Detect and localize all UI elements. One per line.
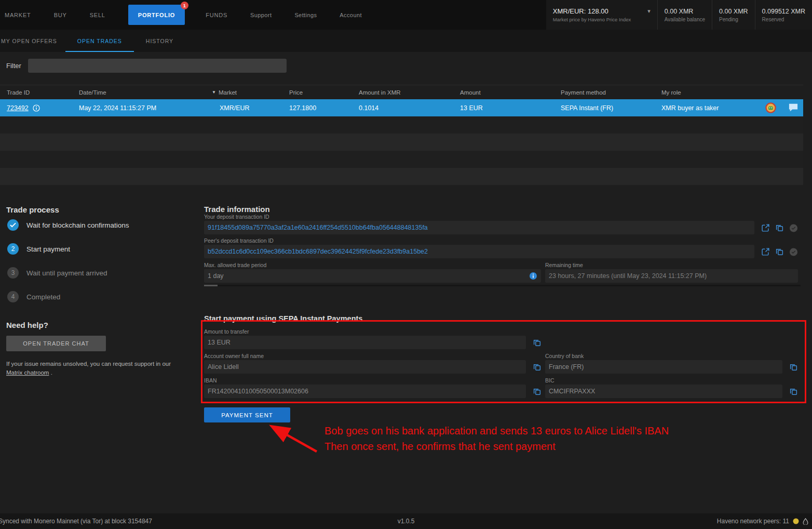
payment-sent-button[interactable]: PAYMENT SENT [204,407,290,422]
nav-account[interactable]: Account [340,12,362,18]
nav-settings[interactable]: Settings [294,12,317,18]
step-start-payment: 2 Start payment [7,243,70,255]
trade-period-progress-bar [204,285,801,286]
deposit-tx-label: Your deposit transaction ID [204,214,269,220]
filter-label: Filter [6,62,21,70]
tab-open-trades[interactable]: OPEN TRADES [65,30,134,52]
start-payment-title: Start payment using SEPA Instant Payment… [204,314,362,323]
step-wait-confirmations: Wait for blockchain confirmations [7,219,129,231]
bic-field: CMCIFRPAXXX [545,385,782,398]
sort-desc-icon: ▼ [212,90,216,95]
trade-chat-icon[interactable] [788,103,799,112]
reserved-balance-label: Reserved [762,17,805,22]
column-header-trade-id[interactable]: Trade ID [7,89,79,96]
step-done-check-icon [7,219,19,231]
pending-balance: 0.00 XMR Pending [712,0,755,30]
step-label: Start payment [26,245,70,253]
need-help-title: Need help? [6,321,48,329]
country-of-bank-row: France (FR) [545,360,798,374]
country-of-bank-value: France (FR) [549,363,584,371]
filter-input[interactable] [28,59,287,73]
account-owner-value: Alice Lidell [208,363,239,371]
trade-payment-method-cell: SEPA Instant (FR) [561,104,661,112]
iban-value: FR1420041010050500013M02606 [208,388,308,395]
nav-sell[interactable]: SELL [90,12,105,18]
info-icon[interactable] [529,272,537,280]
nav-buy[interactable]: BUY [54,12,67,18]
support-help-suffix: . [51,369,52,376]
step-number: 3 [7,267,19,279]
peer-tx-label: Peer's deposit transaction ID [204,237,274,244]
peer-tx-value[interactable]: b52dccd1c6d0cc109ec366cb1bdc6897dec39624… [208,248,428,255]
account-owner-field: Alice Lidell [204,360,526,374]
topbar-status-area: XMR/EUR: 128.00 ▾ Market price by Haveno… [546,0,812,30]
trade-amount-xmr-cell: 0.1014 [359,104,460,112]
haveno-app-window: MARKET BUY SELL PORTFOLIO 1 FUNDS Suppor… [0,0,812,529]
column-header-amount-xmr[interactable]: Amount in XMR [359,89,460,96]
remaining-time-field: 23 hours, 27 minutes (until May 23, 2024… [545,269,798,283]
trade-market-cell: XMR/EUR [212,104,289,112]
copy-icon[interactable] [789,387,798,396]
sync-status: Synced with Monero Mainnet (via Tor) at … [0,518,152,525]
column-header-datetime[interactable]: Date/Time [79,89,212,96]
nav-market[interactable]: MARKET [5,12,31,18]
iban-field: FR1420041010050500013M02606 [204,385,526,398]
amount-to-transfer-value: 13 EUR [208,339,231,346]
support-help-text: If your issue remains unsolved, you can … [6,360,183,377]
trade-id-cell: 723492 [7,104,79,112]
open-in-explorer-icon[interactable] [761,223,770,232]
copy-icon[interactable] [533,338,542,347]
trade-process-title: Trade process [6,205,59,214]
country-of-bank-label: Country of bank [545,353,584,359]
deposit-tx-value[interactable]: 91f18455d089a75770a3af2a1e60a2416ff254d5… [208,224,428,231]
confirmation-status-icon [789,247,798,256]
trade-datetime-cell: May 22, 2024 11:15:27 PM [79,104,212,112]
column-header-payment-method[interactable]: Payment method [561,89,661,96]
annotation-note: Bob goes on his bank application and sen… [324,424,669,454]
tab-my-open-offers[interactable]: MY OPEN OFFERS [0,30,65,52]
trade-row-selected[interactable]: 723492 May 22, 2024 11:15:27 PM XMR/EUR … [0,99,803,116]
nav-portfolio[interactable]: PORTFOLIO 1 [128,5,185,25]
column-header-my-role[interactable]: My role [661,89,803,96]
amount-to-transfer-label: Amount to transfer [204,328,249,335]
deposit-tx-field[interactable]: 91f18455d089a75770a3af2a1e60a2416ff254d5… [204,221,754,234]
country-of-bank-field: France (FR) [545,360,782,374]
column-header-market[interactable]: ▼ Market [212,89,289,96]
trade-id-link[interactable]: 723492 [7,104,29,112]
amount-to-transfer-field: 13 EUR [204,336,526,349]
matrix-chatroom-link[interactable]: Matrix chatroom [6,369,49,376]
connection-status-icon [793,518,799,524]
trade-amount-cell: 13 EUR [460,104,561,112]
open-in-explorer-icon[interactable] [761,247,770,256]
status-bar: Synced with Monero Mainnet (via Tor) at … [0,513,812,529]
copy-icon[interactable] [533,363,542,372]
nav-funds[interactable]: FUNDS [206,12,227,18]
trade-info-icon[interactable] [33,104,40,112]
open-trader-chat-button[interactable]: OPEN TRADER CHAT [6,336,106,351]
copy-icon[interactable] [533,387,542,396]
remaining-time-label: Remaining time [545,262,583,268]
step-number: 4 [7,291,19,302]
peer-avatar-icon[interactable] [765,102,776,113]
portfolio-tabs: MY OPEN OFFERS OPEN TRADES HISTORY [0,30,812,52]
tab-history[interactable]: HISTORY [134,30,185,52]
trades-table-header: Trade ID Date/Time ▼ Market Price Amount… [0,85,803,99]
step-wait-payment-arrived: 3 Wait until payment arrived [7,267,107,279]
tor-onion-icon [803,518,808,525]
peer-tx-field[interactable]: b52dccd1c6d0cc109ec366cb1bdc6897dec39624… [204,245,754,258]
available-balance-label: Available balance [665,17,705,22]
market-price-value: XMR/EUR: 128.00 [553,7,608,15]
trade-information-panel: Trade information Your deposit transacti… [204,197,806,457]
market-price-selector[interactable]: XMR/EUR: 128.00 ▾ Market price by Haveno… [546,0,657,30]
nav-support[interactable]: Support [250,12,272,18]
remaining-time-value: 23 hours, 27 minutes (until May 23, 2024… [549,272,707,280]
column-header-amount[interactable]: Amount [460,89,561,96]
bic-label: BIC [545,377,554,383]
copy-icon[interactable] [775,247,784,256]
copy-icon[interactable] [775,223,784,232]
app-version: v1.0.5 [398,518,415,525]
step-label: Completed [26,293,60,301]
copy-icon[interactable] [789,363,798,372]
column-header-price[interactable]: Price [289,89,359,96]
step-label: Wait for blockchain confirmations [26,221,129,229]
